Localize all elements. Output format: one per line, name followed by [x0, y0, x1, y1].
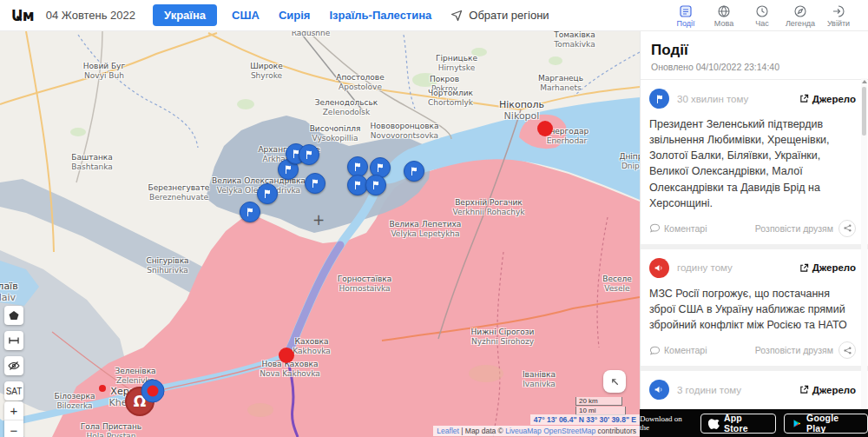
event-source-link[interactable]: Джерело — [799, 262, 856, 273]
polygon-icon — [8, 309, 20, 321]
clock-icon — [755, 4, 769, 18]
external-link-icon — [799, 94, 809, 103]
navigation-arrow-icon — [450, 9, 464, 23]
external-link-icon — [799, 385, 809, 394]
zoom-controls: + − — [4, 401, 23, 437]
liveuamap-link[interactable]: LiveuaMap — [505, 427, 542, 435]
list-icon — [679, 4, 693, 18]
event-dot-marker[interactable] — [279, 348, 294, 363]
liberated-town-flag-marker[interactable] — [299, 144, 319, 165]
event-text: Президент Зеленський підтвердив звільнен… — [649, 116, 856, 211]
liveuamap-app: Աм 04 Жовтень 2022 Україна США Сирія Ізр… — [0, 0, 868, 437]
scroll-up-arrow[interactable] — [862, 80, 867, 83]
share-label: Розповісти друзям — [755, 223, 833, 234]
comments-button[interactable]: Коментарі — [649, 345, 755, 356]
map-zones — [0, 31, 640, 437]
event-megaphone-icon — [649, 380, 669, 400]
event-card[interactable]: годину тому Джерело МЗС Росії погрожує, … — [641, 249, 868, 366]
comment-bubble-icon — [649, 222, 661, 234]
event-text: МЗС Росії погрожує, що постачання зброї … — [649, 286, 856, 333]
top-bar: Աм 04 Жовтень 2022 Україна США Сирія Ізр… — [0, 0, 868, 31]
nav-events[interactable]: Події — [667, 4, 705, 28]
arrow-northwest-icon — [609, 376, 620, 387]
zoom-in-button[interactable]: + — [4, 401, 23, 420]
current-date[interactable]: 04 Жовтень 2022 — [46, 9, 135, 22]
sidebar-title: Події — [651, 42, 858, 59]
event-flag-icon — [649, 89, 669, 109]
sidebar-header: Події Оновлено 04/10/2022 23:14:40 — [641, 31, 868, 80]
share-nodes-icon — [843, 346, 852, 355]
strike-marker[interactable] — [141, 380, 165, 403]
draw-polygon-button[interactable] — [4, 306, 23, 325]
external-link-icon — [799, 263, 809, 273]
share-button[interactable] — [838, 220, 856, 237]
liberated-town-flag-marker[interactable] — [404, 161, 424, 182]
comment-bubble-icon — [649, 345, 661, 356]
event-megaphone-icon — [649, 258, 669, 278]
liveuamap-logo[interactable]: Աм — [11, 7, 34, 24]
event-source-link[interactable]: Джерело — [799, 94, 856, 104]
event-time: 3 години тому — [677, 385, 799, 395]
scale-km: 20 km — [575, 397, 622, 406]
google-play-icon — [792, 418, 802, 429]
nav-time[interactable]: Час — [743, 4, 781, 28]
login-icon — [832, 4, 845, 18]
event-time: 30 хвилин тому — [677, 94, 799, 104]
hide-markers-button[interactable] — [4, 356, 23, 375]
eye-off-icon — [8, 360, 20, 372]
app-download-bar: Download on the App Store Google Play — [640, 409, 868, 437]
ruler-icon — [8, 334, 20, 347]
liberated-town-flag-marker[interactable] — [305, 173, 326, 194]
event-card[interactable]: 30 хвилин тому Джерело Президент Зеленсь… — [641, 80, 868, 244]
cursor-coordinates: 47° 13' 06.4" N 33° 30' 39.8" E — [530, 414, 640, 425]
nav-legend[interactable]: Легенда — [781, 4, 819, 28]
event-source-link[interactable]: Джерело — [799, 385, 856, 395]
select-regions-button[interactable]: Обрати регіони — [450, 9, 549, 23]
liberated-town-flag-marker[interactable] — [240, 202, 260, 222]
map-attribution: Leaflet | Map data © LiveuaMap OpenStree… — [433, 426, 640, 436]
measure-distance-button[interactable] — [4, 331, 23, 350]
sidebar-scrollbar[interactable] — [861, 78, 867, 436]
map-crosshair-icon: + — [312, 211, 325, 228]
osm-link[interactable]: OpenStreetMap — [543, 427, 595, 435]
event-dot-marker[interactable] — [99, 385, 106, 392]
tab-syria[interactable]: Сирія — [279, 9, 311, 22]
share-label: Розповісти друзям — [755, 345, 833, 355]
pan-northwest-button[interactable] — [603, 370, 626, 393]
compass-icon — [793, 4, 807, 18]
app-store-badge[interactable]: App Store — [700, 414, 776, 434]
scrollbar-thumb[interactable] — [862, 87, 866, 136]
globe-icon — [717, 4, 731, 18]
leaflet-link[interactable]: Leaflet — [437, 427, 459, 435]
liberated-town-flag-marker[interactable] — [365, 175, 386, 195]
satellite-toggle-button[interactable]: SAT — [4, 381, 23, 401]
tab-israel-palestine[interactable]: Ізраїль-Палестина — [329, 9, 431, 22]
sidebar-updated-timestamp: Оновлено 04/10/2022 23:14:40 — [651, 62, 858, 72]
share-nodes-icon — [843, 223, 852, 233]
liberated-town-flag-marker[interactable] — [257, 183, 278, 204]
top-nav: Події Мова Час Легенда Увійти — [667, 0, 858, 31]
tab-usa[interactable]: США — [232, 9, 260, 22]
google-play-badge[interactable]: Google Play — [784, 414, 868, 434]
map-canvas[interactable]: РадушнеRadushneТомаківкаTomakivkaНовий Б… — [0, 31, 640, 437]
zoom-out-button[interactable]: − — [4, 420, 23, 437]
nav-language[interactable]: Мова — [705, 4, 743, 28]
comments-button[interactable]: Коментарі — [649, 222, 755, 234]
share-button[interactable] — [838, 341, 856, 359]
event-time: годину тому — [677, 262, 799, 273]
events-sidebar: Події Оновлено 04/10/2022 23:14:40 30 хв… — [640, 31, 868, 437]
download-text: Download on the — [640, 414, 693, 432]
nav-login[interactable]: Увійти — [819, 4, 858, 28]
tab-ukraine[interactable]: Україна — [153, 4, 217, 26]
event-dot-marker[interactable] — [537, 121, 553, 136]
apple-icon — [708, 417, 720, 430]
